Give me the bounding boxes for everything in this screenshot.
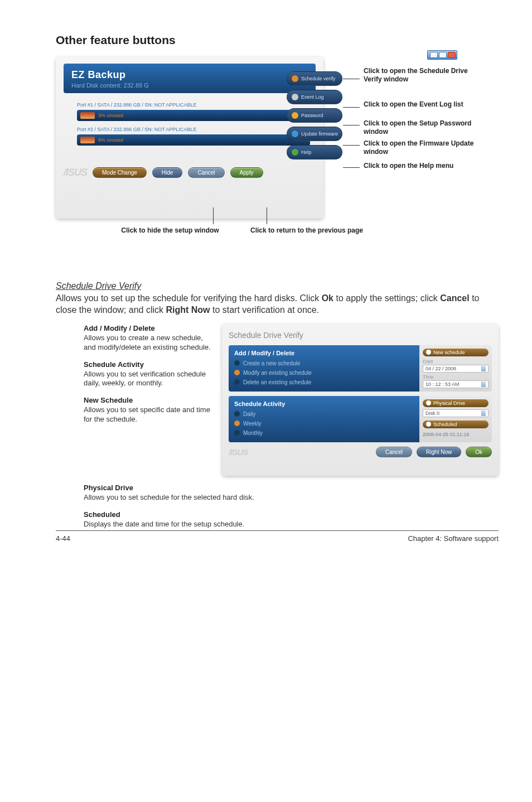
leader-line xyxy=(267,207,267,224)
gear-icon xyxy=(426,422,431,427)
si-ok: Ok xyxy=(322,293,333,303)
close-icon[interactable] xyxy=(448,52,456,58)
sdv-sa1: Daily xyxy=(243,411,255,417)
radio-icon xyxy=(234,379,240,385)
side-tabs: Schedule verify Event Log Password Updat… xyxy=(287,71,342,160)
radio-icon xyxy=(234,360,240,366)
minimize-icon[interactable] xyxy=(430,52,438,58)
tab-event-log[interactable]: Event Log xyxy=(287,90,342,104)
desc-sch-title: Scheduled xyxy=(84,510,499,519)
spinner-icon[interactable] xyxy=(481,381,486,387)
sdv-title: Schedule Drive Verify xyxy=(229,331,492,340)
page-number: 4-44 xyxy=(56,534,70,543)
date-value: 04 / 22 / 2008 xyxy=(425,366,456,371)
sdv-row-weekly[interactable]: Weekly xyxy=(234,419,414,428)
page-footer: 4-44 Chapter 4: Software support xyxy=(56,530,499,543)
two-col-section: Add / Modify / Delete Allows you to crea… xyxy=(56,324,499,476)
sdv-row-create[interactable]: Create a new schedule xyxy=(234,359,414,368)
time-value: 10 : 12 : 53 AM xyxy=(425,381,460,387)
list-icon xyxy=(292,94,298,100)
tab-pw-label: Password xyxy=(301,113,323,118)
ezbackup-window: EZ Backup Hard Disk content: 232.89 G Po… xyxy=(56,57,323,219)
ezbackup-buttonrow: /ISUS Mode Change Hide Cancel Apply xyxy=(64,167,316,178)
sdv-panel-amd: Add / Modify / Delete Create a new sched… xyxy=(229,345,492,392)
sdv-panel-sa: Schedule Activity Daily Weekly Monthly P… xyxy=(229,396,492,442)
sdv-ok-button[interactable]: Ok xyxy=(466,447,492,457)
asus-logo: /ISUS xyxy=(64,167,87,178)
sdv-row-daily[interactable]: Daily xyxy=(234,409,414,419)
sdv-sa2: Weekly xyxy=(243,421,262,427)
desc-sa: Schedule Activity Allows you to set veri… xyxy=(84,360,212,389)
tab-schedule-verify[interactable]: Schedule verify xyxy=(287,71,342,86)
annot-help: Click to open the Help menu xyxy=(364,162,486,170)
gear-icon xyxy=(426,350,431,355)
lbl-time: Time xyxy=(423,374,489,380)
tab-ev-label: Event Log xyxy=(301,94,324,100)
dropdown-icon[interactable] xyxy=(481,410,486,416)
mode-change-button[interactable]: Mode Change xyxy=(93,167,147,178)
pill-physical-drive: Physical Drive xyxy=(423,399,489,407)
scheduled-value: 2008-04-25 01:11:16 xyxy=(423,431,489,437)
maximize-icon[interactable] xyxy=(439,52,447,58)
port2-label: Port #2 / SATA / 232.886 GB / SN: NOT AP… xyxy=(77,127,310,132)
ezbackup-title: EZ Backup xyxy=(71,69,308,81)
gear-icon xyxy=(426,400,431,405)
usage2-text: 9% unused xyxy=(98,137,123,143)
sdv-amd2: Modify an existing schedule xyxy=(243,370,312,376)
sdv-row-monthly[interactable]: Monthly xyxy=(234,428,414,438)
other-feature-heading: Other feature buttons xyxy=(56,33,499,47)
annot-schedule-verify: Click to open the Schedule Drive Verify … xyxy=(364,67,486,84)
si-cancel: Cancel xyxy=(440,293,469,303)
below-descriptions: Physical Drive Allows you to set schedul… xyxy=(56,484,499,529)
sdv-cancel-button[interactable]: Cancel xyxy=(376,447,412,457)
ezbackup-subtitle: Hard Disk content: 232.89 G xyxy=(71,82,308,89)
ezbackup-header: EZ Backup Hard Disk content: 232.89 G xyxy=(64,64,316,93)
clock-icon xyxy=(292,75,298,82)
desc-amd: Add / Modify / Delete Allows you to crea… xyxy=(84,324,212,352)
tab-help[interactable]: Help xyxy=(287,145,342,160)
leader-line xyxy=(343,79,360,79)
pill-new-schedule: New schedule xyxy=(423,349,489,356)
spinner-icon[interactable] xyxy=(481,366,486,371)
asus-logo: /ISUS xyxy=(229,447,248,457)
pill-ns-label: New schedule xyxy=(433,350,465,355)
sdv-row-modify[interactable]: Modify an existing schedule xyxy=(234,368,414,378)
si-b4: to start verification at once. xyxy=(210,305,320,315)
desc-sa-title: Schedule Activity xyxy=(84,360,212,369)
lbl-date: Date xyxy=(423,359,489,364)
radio-icon xyxy=(234,411,240,417)
annot-cancel: Click to return to the previous page xyxy=(229,226,385,234)
port1-label: Port #1 / SATA / 232.886 GB / SN: NOT AP… xyxy=(77,102,310,108)
leader-line xyxy=(213,207,214,224)
desc-pd-body: Allows you to set schedule for the selec… xyxy=(84,493,499,503)
left-descriptions: Add / Modify / Delete Allows you to crea… xyxy=(56,324,212,476)
apply-button[interactable]: Apply xyxy=(230,167,263,178)
ezbackup-body: Port #1 / SATA / 232.886 GB / SN: NOT AP… xyxy=(64,99,316,157)
tab-password[interactable]: Password xyxy=(287,108,342,123)
desc-sch: Scheduled Displays the date and time for… xyxy=(84,510,499,529)
sdv-left-amd: Add / Modify / Delete Create a new sched… xyxy=(229,345,419,392)
pill-scheduled: Scheduled xyxy=(423,421,489,428)
sdv-left-sa: Schedule Activity Daily Weekly Monthly xyxy=(229,396,419,442)
sdv-amd3: Delete an existing schedule xyxy=(243,379,311,385)
sdv-amd1: Create a new schedule xyxy=(243,360,300,366)
si-b2: to apply the settings; click xyxy=(333,293,440,303)
radio-icon xyxy=(234,430,240,436)
time-field[interactable]: 10 : 12 : 53 AM xyxy=(423,380,489,388)
leader-line xyxy=(343,145,360,146)
window-controls xyxy=(427,50,457,60)
annot-firmware: Click to open the Firmware Update window xyxy=(364,139,486,156)
si-rn: Right Now xyxy=(166,305,210,315)
sdv-row-delete[interactable]: Delete an existing schedule xyxy=(234,378,414,387)
schedule-intro: Schedule Drive Verify Allows you to set … xyxy=(56,280,499,316)
tab-firmware[interactable]: Update firmware xyxy=(287,127,342,141)
cancel-button[interactable]: Cancel xyxy=(188,167,224,178)
schedule-intro-title: Schedule Drive Verify xyxy=(56,281,141,291)
sdv-buttonrow: /ISUS Cancel Right Now Ok xyxy=(229,447,492,457)
date-field[interactable]: 04 / 22 / 2008 xyxy=(423,365,489,373)
leader-line xyxy=(343,167,360,168)
hide-button[interactable]: Hide xyxy=(152,167,183,178)
sdv-rightnow-button[interactable]: Right Now xyxy=(417,447,461,457)
disk-field[interactable]: Disk 0 xyxy=(423,409,489,417)
help-icon xyxy=(292,149,298,156)
